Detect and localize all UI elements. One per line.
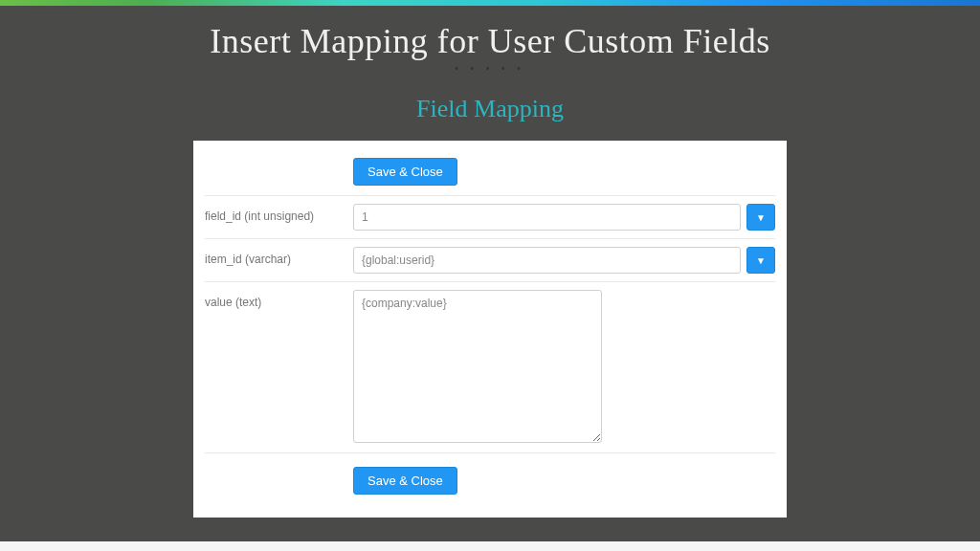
decorative-dots: • • • • • xyxy=(0,63,980,74)
form-panel: Save & Close field_id (int unsigned) ▼ i… xyxy=(193,141,787,518)
item-id-label: item_id (varchar) xyxy=(205,247,353,266)
value-textarea[interactable] xyxy=(353,290,602,443)
form-row-value: value (text) xyxy=(205,282,775,451)
empty-label xyxy=(205,467,353,473)
subtitle: Field Mapping xyxy=(0,95,980,123)
bottom-button-row: Save & Close xyxy=(205,452,775,502)
item-id-dropdown-button[interactable]: ▼ xyxy=(746,247,775,274)
value-label: value (text) xyxy=(205,290,353,309)
form-row-field-id: field_id (int unsigned) ▼ xyxy=(205,196,775,239)
top-button-row: Save & Close xyxy=(205,150,775,196)
page-title: Insert Mapping for User Custom Fields xyxy=(0,21,980,61)
field-id-label: field_id (int unsigned) xyxy=(205,204,353,223)
field-id-input[interactable] xyxy=(353,204,741,231)
triangle-down-icon: ▼ xyxy=(756,255,766,266)
form-row-item-id: item_id (varchar) ▼ xyxy=(205,239,775,282)
save-close-button-top[interactable]: Save & Close xyxy=(353,158,457,186)
save-close-button-bottom[interactable]: Save & Close xyxy=(353,467,457,495)
field-id-dropdown-button[interactable]: ▼ xyxy=(746,204,775,231)
empty-label xyxy=(205,158,353,164)
main-content-area: Insert Mapping for User Custom Fields • … xyxy=(0,6,980,541)
item-id-input[interactable] xyxy=(353,247,741,274)
triangle-down-icon: ▼ xyxy=(756,212,766,223)
